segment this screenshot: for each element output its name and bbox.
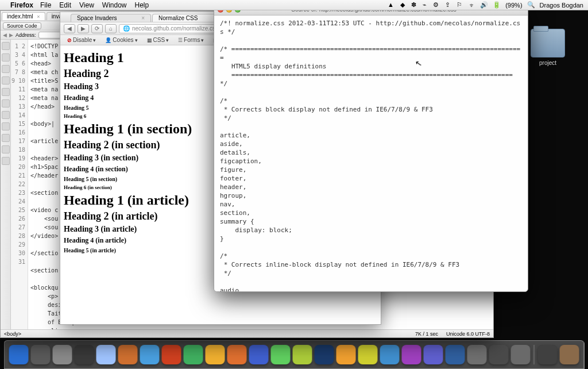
user-name[interactable]: Dragos Bogdan [540,2,583,9]
tool-icon[interactable] [2,53,10,62]
menu-view[interactable]: View [79,1,94,9]
folder-label: project [525,60,571,66]
dock-app[interactable] [9,345,29,364]
nav-forward-button[interactable]: ▶ [78,24,89,33]
menu-file[interactable]: File [40,1,51,9]
tab-label: Normalize CSS [158,15,198,21]
tool-icon[interactable] [2,65,10,73]
dock-app[interactable] [560,345,579,364]
wifi-icon[interactable]: ᯤ [469,2,475,9]
label: Cookies [113,37,133,43]
mouse-cursor-icon: ↖ [415,58,423,68]
tool-icon[interactable] [2,145,10,153]
chevron-down-icon: ▾ [166,37,169,43]
dock-app[interactable] [206,345,225,364]
dock-separator [534,345,535,364]
cookies-button[interactable]: 👤Cookies▾ [102,36,141,44]
tool-icon[interactable] [2,122,10,130]
line-gutter: 1 2 3 4 5 6 7 8 9 10 11 12 13 14 15 16 1… [11,40,28,337]
forms-button[interactable]: ☰Forms▾ [175,36,207,44]
label: Disable [73,37,92,43]
close-icon[interactable]: × [141,15,145,21]
dock-app[interactable] [162,345,181,364]
dock-app[interactable] [184,345,203,364]
address-label: Address: [16,32,36,38]
dock-app[interactable] [140,345,160,364]
home-button[interactable]: ⌂ [105,24,117,33]
tab-label: index.html [7,13,33,20]
dock-app[interactable] [293,345,312,364]
source-body[interactable]: /*! normalize.css 2012-03-11T12:53 UTC -… [214,16,528,291]
nav-fwd-icon[interactable]: ▶ [9,32,13,38]
tool-icon[interactable] [2,99,10,107]
nav-back-button[interactable]: ◀ [64,24,75,33]
menu-window[interactable]: Window [102,1,127,9]
dock-app[interactable] [538,345,558,364]
folder-icon [531,29,565,57]
dock-app[interactable] [315,345,334,364]
dock-app[interactable] [118,345,138,364]
chevron-down-icon: ▾ [93,37,96,43]
dock-app[interactable] [53,345,72,364]
menubar-extra-icons[interactable]: ▲ ◆ ✽ ⌁ ⚙ ⇪ ⚐ [388,1,465,9]
menu-help[interactable]: Help [135,1,149,9]
cookie-icon: 👤 [105,37,111,43]
tool-icon[interactable] [2,157,10,165]
tool-icon[interactable] [2,76,10,84]
status-size: 7K / 1 sec [415,331,438,337]
dock-app[interactable] [249,345,269,364]
desktop-folder[interactable]: project [525,29,571,66]
battery-icon[interactable]: 🔋 [493,1,501,9]
dock-app[interactable] [424,345,443,364]
menu-edit[interactable]: Edit [59,1,71,9]
dock-app[interactable] [380,345,400,364]
tool-icon[interactable] [2,42,10,50]
mac-menu-bar: Firefox File Edit View Window Help ▲ ◆ ✽… [0,0,588,10]
dock-app[interactable] [467,345,487,364]
tool-icon[interactable] [2,88,10,96]
close-icon[interactable]: × [37,14,40,20]
dock-app[interactable] [358,345,378,364]
label: CSS [153,37,165,43]
dock-app[interactable] [271,345,291,364]
dock-app[interactable] [31,345,51,364]
reload-button[interactable]: ⟳ [91,24,103,33]
editor-status-bar: <body> 7K / 1 sec Unicode 6.0 UTF-8 [1,329,493,337]
css-button[interactable]: ▦CSS▾ [144,36,173,44]
dock-app[interactable] [446,345,465,364]
label: Forms [184,37,200,43]
dock-app[interactable] [511,345,531,364]
dock-app[interactable] [336,345,356,364]
status-path: <body> [4,331,21,337]
source-code-dropdown[interactable]: Source Code [3,22,41,29]
tab-label: Space Invaders [77,15,117,21]
globe-icon: 🌐 [123,25,130,32]
disable-icon: ⊘ [67,37,72,43]
status-encoding: Unicode 6.0 UTF-8 [446,331,490,337]
active-app-name[interactable]: Firefox [10,1,33,9]
disable-button[interactable]: ⊘Disable▾ [64,36,99,44]
chevron-down-icon: ▾ [201,37,204,43]
nav-back-icon[interactable]: ◀ [3,32,7,38]
editor-tab-index[interactable]: index.html × [2,12,45,20]
css-icon: ▦ [147,37,152,43]
spotlight-icon[interactable]: 🔍 [527,1,535,9]
dock-app[interactable] [402,345,421,364]
dock-app[interactable] [227,345,247,364]
volume-icon[interactable]: 🔊 [480,1,488,9]
chevron-down-icon: ▾ [135,37,138,43]
view-source-window: Source of: http://necolas.github.com/nor… [214,3,528,292]
dock-app[interactable] [489,345,509,364]
dock [4,340,585,369]
tool-icon[interactable] [2,134,10,142]
tool-icon[interactable] [2,111,10,119]
dock-app[interactable] [75,345,94,364]
editor-icon-strip [1,40,11,337]
dock-app[interactable] [96,345,116,364]
battery-percent: (99%) [505,2,522,9]
browser-tab-space-invaders[interactable]: Space Invaders × [71,14,151,22]
forms-icon: ☰ [178,37,183,43]
